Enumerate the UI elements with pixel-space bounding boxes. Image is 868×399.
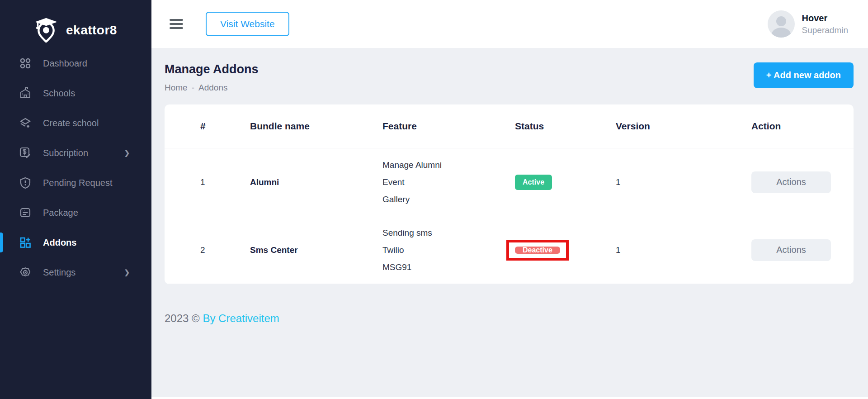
bottom-strip (151, 397, 868, 399)
action-cell: Actions (751, 171, 838, 193)
status-badge-active: Active (515, 175, 552, 190)
sidebar-item-label: Create school (43, 118, 99, 128)
sidebar-item-label: Settings (43, 267, 75, 278)
sidebar-item-label: Package (43, 208, 78, 218)
feature-item: Event (382, 174, 515, 191)
window-list-icon (19, 207, 31, 218)
version-cell: 1 (616, 177, 751, 187)
table-row: 1 Alumni Manage Alumni Event Gallery Act… (165, 148, 854, 216)
version-cell: 1 (616, 245, 751, 255)
sidebar-item-schools[interactable]: Schools (0, 78, 151, 108)
sidebar-item-label: Addons (43, 238, 76, 248)
breadcrumb-home[interactable]: Home (165, 83, 188, 93)
dashboard-icon (19, 57, 31, 69)
sidebar-item-label: Subcription (43, 148, 88, 158)
column-header-version: Version (616, 121, 751, 132)
column-header-number: # (200, 121, 250, 132)
column-header-bundle-name: Bundle name (250, 121, 382, 132)
feature-list: Manage Alumni Event Gallery (382, 157, 515, 208)
feature-item: Manage Alumni (382, 157, 515, 174)
sidebar-item-pending-request[interactable]: Pending Request (0, 168, 151, 198)
addons-table-card: # Bundle name Feature Status Version Act… (165, 104, 854, 284)
sidebar-item-dashboard[interactable]: Dashboard (0, 48, 151, 78)
sidebar-item-settings[interactable]: Settings ❯ (0, 257, 151, 287)
sidebar-item-addons[interactable]: Addons (0, 228, 151, 257)
layers-plus-icon (19, 117, 31, 129)
sidebar-item-create-school[interactable]: Create school (0, 108, 151, 138)
feature-list: Sending sms Twilio MSG91 (382, 224, 515, 276)
status-cell: Active (515, 175, 616, 190)
user-menu[interactable]: Hover Superadmin (768, 10, 848, 38)
bundle-name: Alumni (250, 177, 382, 187)
column-header-status: Status (515, 121, 616, 132)
chevron-right-icon: ❯ (124, 268, 130, 276)
visit-website-button[interactable]: Visit Website (206, 12, 289, 36)
feature-item: MSG91 (382, 259, 515, 276)
content-area: Manage Addons Home - Addons + Add new ad… (151, 48, 868, 399)
breadcrumb-separator: - (192, 83, 194, 93)
ekattor8-logo-icon (33, 16, 59, 44)
page-title: Manage Addons (165, 62, 259, 76)
feature-item: Gallery (382, 191, 515, 208)
sidebar-nav: Dashboard Schools Create (0, 48, 151, 287)
avatar[interactable] (768, 10, 795, 38)
breadcrumb-current: Addons (198, 83, 227, 93)
sidebar-item-label: Dashboard (43, 58, 87, 69)
sidebar-item-label: Schools (43, 88, 75, 99)
footer-credit-link[interactable]: By Creativeitem (203, 312, 279, 324)
sidebar-item-label: Pending Request (43, 178, 112, 188)
school-building-icon (19, 87, 31, 99)
breadcrumb: Home - Addons (165, 83, 259, 93)
user-role: Superadmin (802, 25, 848, 35)
row-number: 2 (200, 245, 250, 255)
user-name: Hover (802, 13, 848, 24)
status-cell: Deactive (515, 240, 616, 261)
shield-alert-icon (19, 177, 31, 189)
add-new-addon-button[interactable]: + Add new addon (754, 62, 854, 88)
table-row: 2 Sms Center Sending sms Twilio MSG91 De… (165, 216, 854, 284)
brand-name: ekattor8 (66, 23, 117, 38)
hamburger-menu-icon[interactable] (170, 17, 183, 31)
bundle-name: Sms Center (250, 245, 382, 255)
column-header-action: Action (751, 121, 838, 132)
action-cell: Actions (751, 239, 838, 261)
sidebar-item-subcription[interactable]: Subcription ❯ (0, 138, 151, 168)
dollar-edit-icon (19, 147, 31, 159)
red-highlight-annotation: Deactive (506, 240, 569, 261)
status-badge-deactive: Deactive (515, 247, 560, 254)
actions-button[interactable]: Actions (751, 171, 831, 193)
column-header-feature: Feature (382, 121, 515, 132)
row-number: 1 (200, 177, 250, 187)
feature-item: Sending sms (382, 224, 515, 242)
table-header-row: # Bundle name Feature Status Version Act… (165, 104, 854, 148)
footer-year: 2023 © (165, 312, 200, 324)
feature-item: Twilio (382, 242, 515, 259)
sidebar-item-package[interactable]: Package (0, 198, 151, 228)
topbar: Visit Website Hover Superadmin (151, 0, 868, 48)
chevron-right-icon: ❯ (124, 149, 130, 157)
brand[interactable]: ekattor8 (0, 0, 151, 48)
footer-copyright: 2023 © By Creativeitem (165, 312, 854, 325)
gear-icon (19, 266, 31, 278)
sidebar: ekattor8 Dashboard Schools (0, 0, 151, 399)
active-indicator-bar (0, 233, 3, 252)
grid-plus-icon (19, 237, 31, 248)
actions-button[interactable]: Actions (751, 239, 831, 261)
